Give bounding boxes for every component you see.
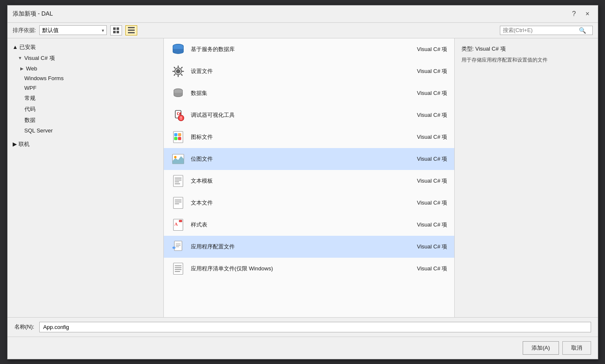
sidebar-data[interactable]: 数据 (8, 115, 163, 126)
list-item[interactable]: 设置文件 Visual C# 项 (164, 60, 454, 82)
item-name: 基于服务的数据库 (191, 46, 392, 53)
search-icon-button[interactable]: 🔍 (579, 27, 586, 34)
cancel-button[interactable]: 取消 (562, 341, 591, 355)
add-button[interactable]: 添加(A) (523, 341, 559, 355)
detail-type-value: Visual C# 项 (475, 46, 506, 52)
content-area: 基于服务的数据库 Visual C# 项 设置文件 Visual C# 项 数据… (164, 38, 454, 317)
sidebar-sql-server-label: SQL Server (24, 127, 53, 134)
detail-type-prefix: 类型: (461, 46, 475, 52)
list-item[interactable]: 文本文件 Visual C# 项 (164, 192, 454, 214)
item-name: 样式表 (191, 221, 392, 229)
title-bar-buttons: ? × (569, 9, 593, 19)
svg-rect-11 (178, 133, 181, 136)
detail-panel: 类型: Visual C# 项 用于存储应用程序配置和设置值的文件 (454, 38, 598, 317)
list-item[interactable]: 文本模板 Visual C# 项 (164, 170, 454, 192)
visual-csharp-arrow: ▼ (18, 56, 23, 60)
svg-rect-27 (179, 220, 182, 222)
sidebar-wpf[interactable]: WPF (8, 83, 163, 93)
svg-point-8 (180, 118, 181, 119)
list-item[interactable]: 基于服务的数据库 Visual C# 项 (164, 38, 454, 60)
item-category: Visual C# 项 (397, 243, 448, 251)
sidebar-online-header[interactable]: ▶ 联机 (8, 139, 163, 150)
sort-dropdown[interactable]: 默认值 名称 类型 (39, 25, 107, 35)
item-icon-gear (171, 64, 186, 79)
grid-view-button[interactable] (110, 25, 122, 35)
search-input[interactable] (503, 27, 579, 33)
item-category: Visual C# 项 (397, 199, 448, 207)
svg-rect-13 (178, 137, 181, 140)
name-input[interactable] (39, 322, 591, 332)
help-button[interactable]: ? (569, 9, 579, 19)
item-category: Visual C# 项 (397, 89, 448, 97)
online-arrow: ▶ (13, 141, 17, 147)
item-name: 文本模板 (191, 177, 392, 185)
name-label: 名称(N): (14, 323, 35, 331)
list-item[interactable]: 数据集 Visual C# 项 (164, 82, 454, 104)
list-item[interactable]: A 样式表 Visual C# 项 (164, 214, 454, 236)
item-icon-manifest (171, 261, 186, 276)
sidebar-code-label: 代码 (24, 105, 35, 113)
footer-buttons: 添加(A) 取消 (8, 337, 598, 359)
sidebar-common-label: 常规 (24, 94, 35, 102)
item-name: 应用程序清单文件(仅限 Windows) (191, 265, 392, 272)
list-item[interactable]: 图标文件 Visual C# 项 (164, 126, 454, 148)
item-category: Visual C# 项 (397, 46, 448, 53)
sidebar-sql-server[interactable]: SQL Server (8, 126, 163, 135)
item-list: 基于服务的数据库 Visual C# 项 设置文件 Visual C# 项 数据… (164, 38, 454, 317)
svg-rect-33 (173, 263, 183, 274)
sidebar-visual-csharp-label: Visual C# 项 (24, 54, 55, 62)
sidebar-common[interactable]: 常规 (8, 93, 163, 104)
list-view-button[interactable] (125, 25, 137, 35)
list-item[interactable]: 位图文件 Visual C# 项 (164, 148, 454, 170)
sidebar-data-label: 数据 (24, 116, 35, 124)
sidebar-online-label: 联机 (19, 140, 30, 148)
sidebar-code[interactable]: 代码 (8, 104, 163, 115)
grid-view-icon (113, 27, 119, 33)
sort-label: 排序依据: (13, 27, 36, 34)
item-icon-text-template (171, 173, 186, 189)
search-box: 🔍 (500, 26, 593, 35)
item-icon-debug: C# (171, 108, 186, 123)
svg-rect-28 (174, 241, 182, 251)
sidebar: ▲ 已安装 ▼ Visual C# 项 ▶ Web Windows Forms … (8, 38, 164, 317)
item-name: 应用程序配置文件 (191, 243, 392, 251)
item-category: Visual C# 项 (397, 111, 448, 119)
item-name: 调试器可视化工具 (191, 111, 392, 119)
svg-rect-12 (174, 137, 177, 140)
item-category: Visual C# 项 (397, 177, 448, 185)
svg-point-29 (173, 247, 175, 249)
sidebar-visual-csharp[interactable]: ▼ Visual C# 项 (8, 53, 163, 64)
item-category: Visual C# 项 (397, 155, 448, 163)
sidebar-web[interactable]: ▶ Web (8, 64, 163, 73)
item-icon-bitmap (171, 151, 186, 167)
sort-select[interactable]: 默认值 名称 类型 (39, 25, 107, 35)
sidebar-windows-forms[interactable]: Windows Forms (8, 73, 163, 83)
list-item[interactable]: 应用程序清单文件(仅限 Windows) Visual C# 项 (164, 258, 454, 280)
sidebar-installed-label: 已安装 (19, 43, 36, 51)
detail-description: 用于存储应用程序配置和设置值的文件 (461, 56, 591, 64)
detail-type: 类型: Visual C# 项 (461, 45, 591, 53)
item-icon-dataset (171, 86, 186, 101)
list-item[interactable]: C# 调试器可视化工具 Visual C# 项 (164, 104, 454, 126)
item-icon-icon-file (171, 129, 186, 145)
bottom-bar: 名称(N): (8, 317, 598, 337)
svg-point-15 (174, 156, 176, 158)
svg-rect-10 (174, 133, 177, 136)
item-name: 文本文件 (191, 199, 392, 207)
toolbar: 排序依据: 默认值 名称 类型 🔍 (8, 23, 598, 38)
dialog-title: 添加新项 - DAL (13, 10, 53, 18)
item-icon-style: A (171, 217, 186, 232)
close-button[interactable]: × (583, 9, 593, 19)
list-item[interactable]: 应用程序配置文件 Visual C# 项 (164, 236, 454, 258)
svg-rect-21 (173, 197, 183, 208)
main-content: ▲ 已安装 ▼ Visual C# 项 ▶ Web Windows Forms … (8, 38, 598, 317)
add-new-item-dialog: 添加新项 - DAL ? × 排序依据: 默认值 名称 类型 � (7, 5, 598, 359)
web-arrow: ▶ (19, 66, 24, 71)
sidebar-windows-forms-label: Windows Forms (24, 75, 64, 81)
sidebar-wpf-label: WPF (24, 85, 37, 91)
sidebar-installed-header[interactable]: ▲ 已安装 (8, 42, 163, 53)
item-icon-text-file (171, 195, 186, 210)
installed-arrow: ▲ (13, 44, 18, 50)
svg-point-1 (176, 69, 180, 73)
item-category: Visual C# 项 (397, 221, 448, 229)
